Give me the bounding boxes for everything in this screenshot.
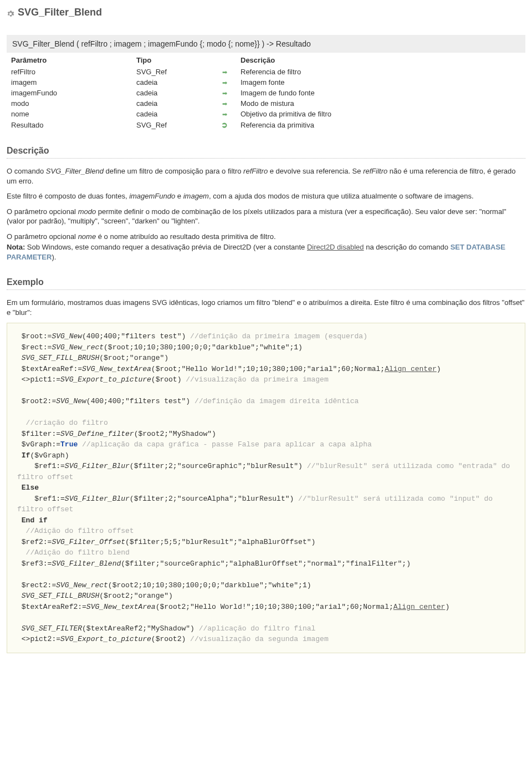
th-desc: Descrição [236,54,525,67]
arrow-in-icon: ➡ [222,69,227,75]
param-table: Parâmetro Tipo Descrição refFiltroSVG_Re… [7,54,525,130]
page-title: SVG_Filter_Blend [7,7,525,18]
th-type: Tipo [132,54,213,67]
table-row: ResultadoSVG_Ref➲Referencia da primitiva [7,119,525,130]
table-row: refFiltroSVG_Ref➡Referencia de filtro [7,67,525,77]
th-param: Parâmetro [7,54,132,67]
section-ex: Exemplo [7,277,525,290]
gear-icon [7,9,14,17]
arrow-in-icon: ➡ [222,111,227,118]
th-arrow [213,54,236,67]
desc-p1: O comando SVG_Filter_Blend define um fil… [7,166,525,186]
table-row: modocadeia➡Modo de mistura [7,98,525,109]
section-desc: Descrição [7,146,525,159]
arrow-in-icon: ➡ [222,79,227,86]
desc-p4: O parâmetro opcional nome é o nome atrib… [7,232,525,242]
arrow-in-icon: ➡ [222,90,227,96]
title-text: SVG_Filter_Blend [18,7,102,18]
arrow-out-icon: ➲ [221,120,228,129]
table-row: imagemcadeia➡Imagem fonte [7,77,525,88]
desc-p5: Nota: Sob Windows, este comando requer a… [7,242,525,262]
table-row: nomecadeia➡Objetivo da primitiva de filt… [7,109,525,119]
code-block: $root:=SVG_New(400;400;"filters test") /… [7,323,525,653]
desc-p3: O parâmetro opcional modo permite defini… [7,207,525,226]
table-row: imagemFundocadeia➡Imagem de fundo fonte [7,88,525,98]
arrow-in-icon: ➡ [222,100,227,107]
direct2d-link[interactable]: Direct2D disabled [307,243,364,251]
desc-p2: Este filtro é composto de duas fontes, i… [7,191,525,201]
example-intro: Em um formulário, mostramos duas imagens… [7,298,525,317]
align-center-link-1[interactable]: Align center [385,365,437,373]
signature: SVG_Filter_Blend ( refFiltro ; imagem ; … [7,35,525,53]
align-center-link-2[interactable]: Align center [393,603,446,611]
